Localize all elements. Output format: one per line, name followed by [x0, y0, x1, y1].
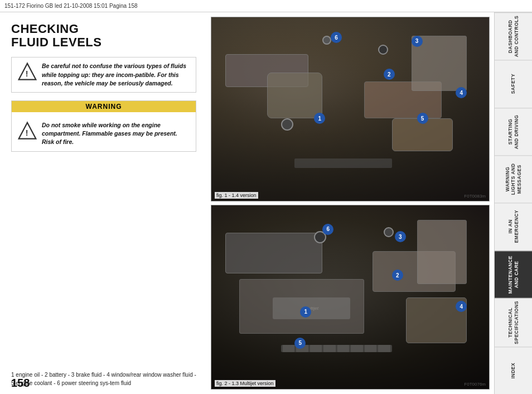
- sidebar-item-starting[interactable]: STARTINGAND DRIVING: [495, 108, 532, 155]
- header-text: 151-172 Fiorino GB led 21-10-2008 15:01 …: [4, 3, 138, 9]
- fig1-caption: fig. 1 - 1.4 version: [215, 192, 258, 199]
- fig1-badge-5: 5: [417, 113, 428, 124]
- warning-text: Do not smoke while working on the engine…: [42, 121, 190, 147]
- caption-text: 1 engine oil - 2 battery - 3 brake fluid…: [11, 371, 196, 387]
- warning-box: WARNING ! Do not smoke while working on …: [11, 100, 196, 152]
- warning-triangle-icon: !: [17, 121, 37, 141]
- fig2-badge-3: 3: [395, 231, 406, 242]
- sidebar-item-technical[interactable]: TECHNICALSPECIFICATIONS: [495, 298, 532, 347]
- sidebar-item-safety[interactable]: SAFETY: [495, 60, 532, 107]
- fig2-badge-6: 6: [322, 224, 333, 235]
- fig1-ref: F0T0083m: [464, 194, 486, 199]
- page-number: 158: [11, 377, 30, 390]
- figure-1-box: 1 2 3 4 5 6 fig. 1 - 1.4 version F0T0083…: [211, 17, 490, 201]
- sidebar-item-index[interactable]: INDEX: [495, 347, 532, 394]
- sidebar-item-dashboard[interactable]: DASHBOARDAND CONTROLS: [495, 12, 532, 60]
- left-panel: CHECKING FLUID LEVELS ! Be careful not t…: [0, 12, 206, 394]
- right-panel: 1 2 3 4 5 6 fig. 1 - 1.4 version F0T0083…: [206, 12, 494, 394]
- figure-2-box: Multijet 1 2: [211, 205, 490, 390]
- sidebar-item-emergency[interactable]: IN ANEMERGENCY: [495, 203, 532, 250]
- fig1-badge-1: 1: [314, 113, 325, 124]
- svg-text:!: !: [26, 128, 28, 137]
- fig1-badge-3: 3: [412, 36, 423, 47]
- sidebar-item-warning[interactable]: WARNINGLIGHTS ANDMESSAGES: [495, 155, 532, 203]
- caution-triangle-icon: !: [17, 62, 37, 82]
- fig2-caption: fig. 2 - 1.3 Multijet version: [215, 380, 275, 387]
- page-title: CHECKING FLUID LEVELS: [11, 22, 196, 49]
- svg-text:!: !: [26, 69, 28, 78]
- warning-header: WARNING: [12, 101, 196, 112]
- sidebar-item-maintenance[interactable]: MAINTENANCEAND CARE: [495, 251, 532, 298]
- sidebar: DASHBOARDAND CONTROLS SAFETY STARTINGAND…: [494, 12, 532, 394]
- page-header: 151-172 Fiorino GB led 21-10-2008 15:01 …: [0, 0, 532, 12]
- caution-text: Be careful not to confuse the various ty…: [42, 62, 190, 88]
- main-content: CHECKING FLUID LEVELS ! Be careful not t…: [0, 12, 494, 394]
- fig1-badge-6: 6: [331, 32, 342, 43]
- fig2-ref: F0T0076m: [464, 382, 486, 387]
- figure-2-image: Multijet 1 2: [211, 205, 489, 389]
- fig1-badge-4: 4: [456, 87, 467, 98]
- figure-1-image: 1 2 3 4 5 6: [211, 17, 489, 201]
- fig1-badge-2: 2: [384, 69, 395, 80]
- caution-box: ! Be careful not to confuse the various …: [11, 57, 196, 93]
- warning-body: ! Do not smoke while working on the engi…: [12, 117, 196, 151]
- fig2-badge-2: 2: [392, 270, 403, 281]
